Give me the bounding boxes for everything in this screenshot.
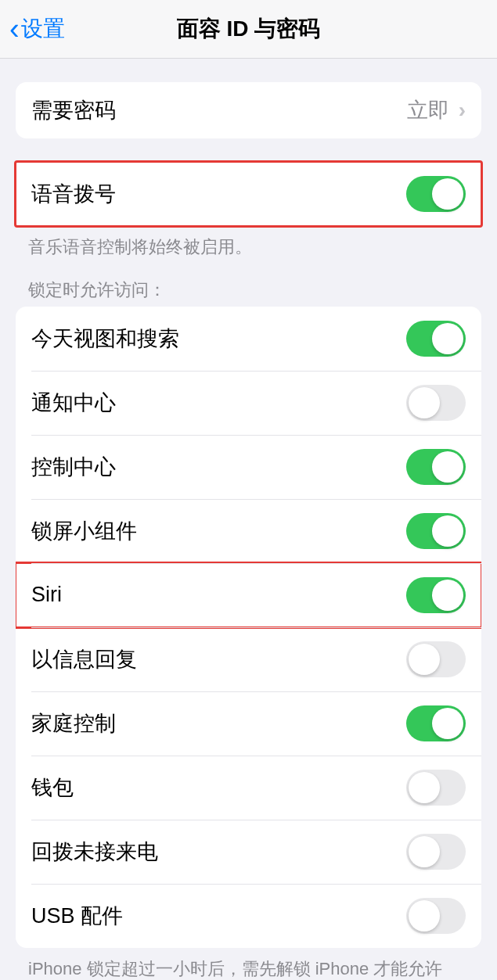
control-center-label: 控制中心 — [31, 453, 116, 481]
voice-dial-footer: 音乐语音控制将始终被启用。 — [28, 235, 469, 260]
control-center-toggle[interactable] — [406, 449, 466, 485]
home-control-toggle[interactable] — [406, 705, 466, 741]
siri-label: Siri — [31, 583, 62, 607]
usb-accessories-label: USB 配件 — [31, 902, 123, 930]
lock-screen-widgets-row: 锁屏小组件 — [16, 499, 481, 563]
voice-dial-row: 语音拨号 — [16, 162, 481, 226]
notification-center-toggle[interactable] — [406, 385, 466, 421]
today-view-row: 今天视图和搜索 — [16, 307, 481, 371]
today-view-label: 今天视图和搜索 — [31, 325, 179, 353]
usb-footer: iPhone 锁定超过一小时后，需先解锁 iPhone 才能允许USB 配件连接… — [28, 957, 469, 980]
back-button[interactable]: ‹ 设置 — [0, 14, 65, 44]
wallet-label: 钱包 — [31, 774, 74, 802]
control-center-row: 控制中心 — [16, 435, 481, 499]
lock-screen-widgets-toggle[interactable] — [406, 513, 466, 549]
chevron-right-icon: › — [459, 98, 466, 123]
require-passcode-value: 立即 — [407, 96, 449, 124]
require-passcode-row[interactable]: 需要密码 立即 › — [16, 82, 481, 138]
return-missed-calls-row: 回拨未接来电 — [16, 820, 481, 884]
return-missed-calls-label: 回拨未接来电 — [31, 838, 158, 866]
reply-message-label: 以信息回复 — [31, 645, 137, 673]
require-passcode-label: 需要密码 — [31, 96, 116, 124]
passcode-group: 需要密码 立即 › — [16, 82, 481, 138]
voice-dial-group: 语音拨号 — [16, 162, 481, 226]
home-control-row: 家庭控制 — [16, 691, 481, 756]
wallet-row: 钱包 — [16, 756, 481, 820]
return-missed-calls-toggle[interactable] — [406, 834, 466, 870]
notification-center-label: 通知中心 — [31, 389, 116, 417]
lock-screen-widgets-label: 锁屏小组件 — [31, 517, 137, 545]
voice-dial-label: 语音拨号 — [31, 180, 116, 208]
back-label: 设置 — [21, 14, 65, 44]
usb-accessories-toggle[interactable] — [406, 898, 466, 934]
locked-access-group: 今天视图和搜索 通知中心 控制中心 锁屏小组件 Siri 以信息回复 家庭控制 — [16, 307, 481, 948]
home-control-label: 家庭控制 — [31, 709, 116, 738]
nav-bar: ‹ 设置 面容 ID 与密码 — [0, 0, 497, 59]
wallet-toggle[interactable] — [406, 770, 466, 806]
reply-message-toggle[interactable] — [406, 641, 466, 677]
reply-message-row: 以信息回复 — [16, 627, 481, 691]
voice-dial-toggle[interactable] — [406, 176, 466, 212]
today-view-toggle[interactable] — [406, 321, 466, 357]
siri-toggle[interactable] — [406, 577, 466, 613]
notification-center-row: 通知中心 — [16, 371, 481, 435]
require-passcode-detail: 立即 › — [407, 96, 466, 124]
chevron-left-icon: ‹ — [9, 14, 20, 44]
page-title: 面容 ID 与密码 — [177, 14, 321, 44]
siri-row: Siri — [16, 563, 481, 627]
usb-accessories-row: USB 配件 — [16, 884, 481, 948]
locked-access-header: 锁定时允许访问： — [28, 278, 469, 302]
